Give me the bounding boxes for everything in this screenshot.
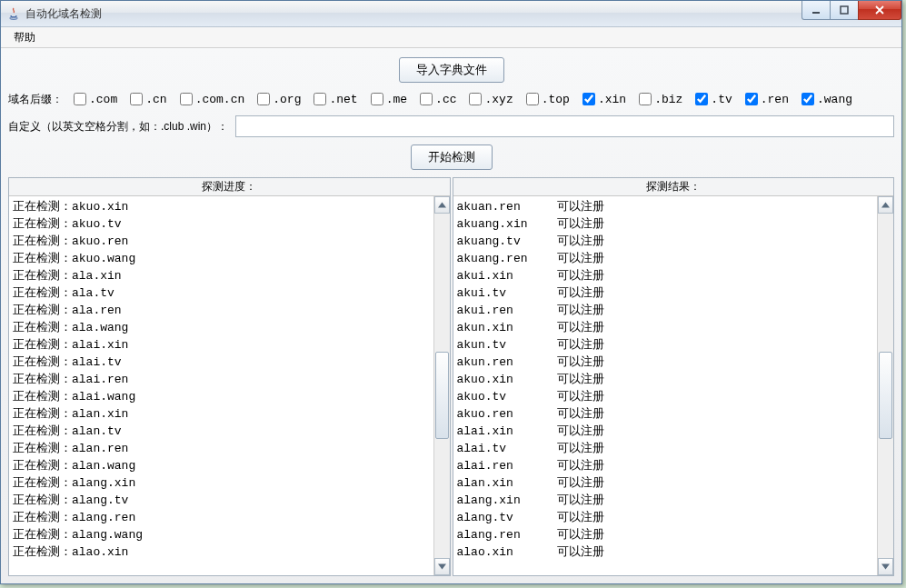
svg-rect-1 [812, 12, 820, 14]
list-item[interactable]: akui.tv可以注册 [457, 284, 874, 302]
suffix-checkbox-input[interactable] [74, 93, 86, 105]
result-domain: alang.ren [457, 526, 557, 543]
suffix-checkbox[interactable]: .com [70, 90, 117, 108]
list-item[interactable]: 正在检测：ala.wang [13, 319, 430, 336]
list-item[interactable]: 正在检测：alang.wang [13, 526, 430, 543]
scroll-track[interactable] [434, 214, 450, 558]
custom-input[interactable] [235, 115, 894, 137]
list-item[interactable]: 正在检测：alan.wang [13, 457, 430, 474]
list-item[interactable]: 正在检测：akuo.tv [13, 215, 430, 233]
suffix-checkbox[interactable]: .ren [742, 90, 789, 108]
list-item[interactable]: 正在检测：ala.ren [13, 302, 430, 319]
list-item[interactable]: 正在检测：alan.xin [13, 405, 430, 423]
suffix-checkbox[interactable]: .org [254, 90, 301, 108]
list-item[interactable]: akuang.tv可以注册 [457, 233, 874, 250]
list-item[interactable]: alai.tv可以注册 [457, 440, 874, 457]
suffix-checkbox-input[interactable] [695, 93, 708, 105]
suffix-checkbox-input[interactable] [420, 93, 433, 105]
suffix-checkbox-input[interactable] [371, 93, 383, 105]
list-item[interactable]: 正在检测：akuo.wang [13, 250, 430, 267]
suffix-checkbox[interactable]: .com.cn [176, 90, 245, 108]
suffix-checkbox-input[interactable] [526, 93, 539, 105]
list-item[interactable]: alan.xin可以注册 [457, 474, 874, 492]
list-item[interactable]: alai.xin可以注册 [457, 423, 874, 440]
scroll-down-icon[interactable] [878, 558, 893, 575]
scroll-down-icon[interactable] [434, 558, 450, 575]
list-item[interactable]: 正在检测：ala.xin [13, 267, 430, 284]
list-item[interactable]: alang.ren可以注册 [457, 526, 874, 543]
suffix-checkbox-input[interactable] [469, 93, 482, 105]
list-item[interactable]: 正在检测：alai.tv [13, 354, 430, 371]
suffix-checkbox[interactable]: .xyz [465, 90, 513, 108]
suffix-checkbox[interactable]: .wang [798, 90, 852, 108]
scroll-up-icon[interactable] [878, 196, 893, 214]
result-domain: alang.tv [457, 509, 557, 526]
suffix-checkbox-input[interactable] [801, 93, 814, 105]
menu-help[interactable]: 帮助 [6, 28, 43, 47]
suffix-checkbox[interactable]: .cc [416, 90, 456, 108]
suffix-checkbox-input[interactable] [130, 93, 143, 105]
suffix-checkbox-input[interactable] [180, 93, 193, 105]
list-item[interactable]: alai.ren可以注册 [457, 457, 874, 474]
suffix-checkbox[interactable]: .me [367, 90, 407, 108]
scroll-up-icon[interactable] [434, 196, 450, 214]
list-item[interactable]: 正在检测：ala.tv [13, 284, 430, 302]
progress-scrollbar[interactable] [433, 196, 450, 575]
list-item[interactable]: akun.tv可以注册 [457, 336, 874, 354]
list-item[interactable]: alang.xin可以注册 [457, 492, 874, 509]
result-status: 可以注册 [557, 405, 604, 423]
close-button[interactable] [858, 1, 901, 20]
list-item[interactable]: 正在检测：akuo.xin [13, 198, 430, 215]
minimize-button[interactable] [801, 1, 831, 20]
suffix-checkbox[interactable]: .tv [692, 90, 732, 108]
list-item[interactable]: akun.ren可以注册 [457, 354, 874, 371]
list-item[interactable]: akui.ren可以注册 [457, 302, 874, 319]
list-item[interactable]: 正在检测：alang.xin [13, 474, 430, 492]
custom-label: 自定义（以英文空格分割，如：.club .win）： [8, 119, 228, 135]
suffix-checkbox[interactable]: .top [523, 90, 570, 108]
list-item[interactable]: 正在检测：alai.wang [13, 388, 430, 405]
list-item[interactable]: 正在检测：alai.ren [13, 371, 430, 388]
scroll-thumb[interactable] [435, 352, 449, 440]
list-item[interactable]: 正在检测：alan.tv [13, 423, 430, 440]
progress-panel: 探测进度： 正在检测：akuo.xin正在检测：akuo.tv正在检测：akuo… [8, 177, 451, 576]
suffix-checkbox-input[interactable] [745, 93, 758, 105]
list-item[interactable]: akuo.ren可以注册 [457, 405, 874, 423]
suffix-checkbox-input[interactable] [639, 93, 652, 105]
scroll-track[interactable] [878, 214, 893, 558]
list-item[interactable]: 正在检测：alang.ren [13, 509, 430, 526]
suffix-checkbox-input[interactable] [582, 93, 595, 105]
import-dict-button[interactable]: 导入字典文件 [399, 57, 504, 83]
suffix-checkbox-input[interactable] [257, 93, 270, 105]
suffix-checkbox-input[interactable] [314, 93, 326, 105]
results-list[interactable]: akuan.ren可以注册akuang.xin可以注册akuang.tv可以注册… [453, 196, 878, 575]
list-item[interactable]: 正在检测：alai.xin [13, 336, 430, 354]
list-item[interactable]: 正在检测：alang.tv [13, 492, 430, 509]
suffix-checkbox[interactable]: .biz [635, 90, 682, 108]
suffix-checkbox-label: .net [329, 93, 357, 106]
list-item[interactable]: 正在检测：akuo.ren [13, 233, 430, 250]
suffix-checkbox[interactable]: .net [310, 90, 357, 108]
results-panel: 探测结果： akuan.ren可以注册akuang.xin可以注册akuang.… [453, 177, 895, 576]
list-item[interactable]: akuang.xin可以注册 [457, 215, 874, 233]
start-detect-button[interactable]: 开始检测 [411, 145, 493, 170]
result-domain: alan.xin [457, 474, 557, 492]
list-item[interactable]: akui.xin可以注册 [457, 267, 874, 284]
list-item[interactable]: akuo.xin可以注册 [457, 371, 874, 388]
titlebar[interactable]: 自动化域名检测 [1, 1, 901, 27]
suffix-checkbox[interactable]: .xin [579, 90, 626, 108]
list-item[interactable]: 正在检测：alan.ren [13, 440, 430, 457]
list-item[interactable]: akuan.ren可以注册 [457, 198, 874, 215]
progress-list[interactable]: 正在检测：akuo.xin正在检测：akuo.tv正在检测：akuo.ren正在… [9, 196, 433, 575]
maximize-button[interactable] [830, 1, 859, 20]
list-item[interactable]: akuang.ren可以注册 [457, 250, 874, 267]
list-item[interactable]: alang.tv可以注册 [457, 509, 874, 526]
list-item[interactable]: alao.xin可以注册 [457, 543, 874, 561]
suffix-row: 域名后缀： .com.cn.com.cn.org.net.me.cc.xyz.t… [8, 90, 894, 108]
results-scrollbar[interactable] [877, 196, 893, 575]
list-item[interactable]: akun.xin可以注册 [457, 319, 874, 336]
list-item[interactable]: akuo.tv可以注册 [457, 388, 874, 405]
suffix-checkbox[interactable]: .cn [126, 90, 166, 108]
list-item[interactable]: 正在检测：alao.xin [13, 543, 430, 561]
scroll-thumb[interactable] [879, 352, 892, 440]
